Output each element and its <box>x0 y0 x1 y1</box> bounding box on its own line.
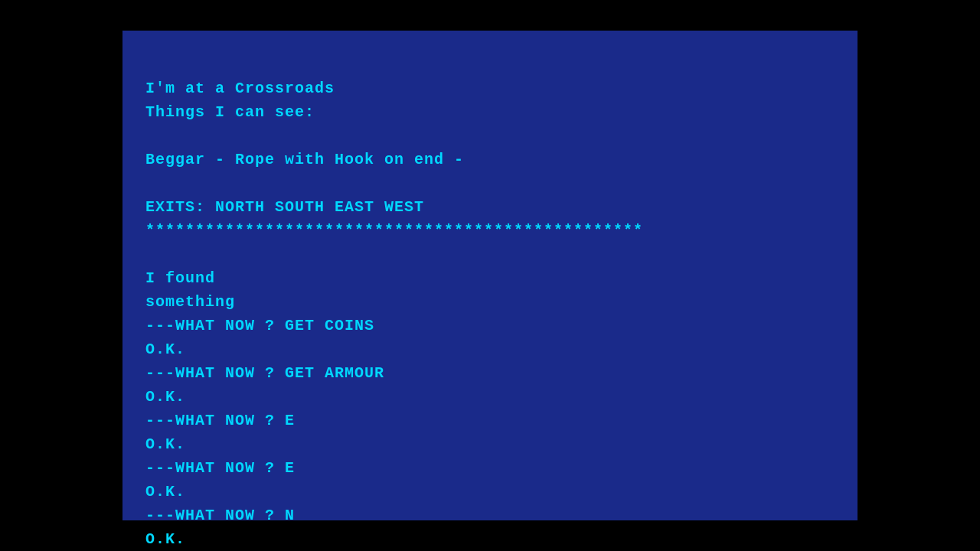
separator-line: ****************************************… <box>145 222 835 240</box>
items-line: Beggar - Rope with Hook on end - <box>145 148 835 171</box>
location-line: I'm at a Crossroads <box>145 77 835 100</box>
cmd-3: ---WHAT NOW ? E <box>145 409 835 432</box>
cmd-4: ---WHAT NOW ? E <box>145 456 835 480</box>
ok-4: O.K. <box>145 480 835 504</box>
cmd-5: ---WHAT NOW ? N <box>145 504 835 527</box>
found-line-2: something <box>145 290 835 314</box>
things-label: Things I can see: <box>145 100 835 124</box>
exits-line: EXITS: NORTH SOUTH EAST WEST <box>145 195 835 219</box>
blank-1 <box>145 124 835 148</box>
cmd-1: ---WHAT NOW ? GET COINS <box>145 314 835 337</box>
found-line-1: I found <box>145 266 835 290</box>
game-screen: I'm at a Crossroads Things I can see: Be… <box>122 31 858 520</box>
blank-3 <box>145 243 835 266</box>
ok-5: O.K. <box>145 527 835 551</box>
ok-1: O.K. <box>145 337 835 361</box>
cmd-2: ---WHAT NOW ? GET ARMOUR <box>145 361 835 385</box>
ok-3: O.K. <box>145 432 835 456</box>
blank-2 <box>145 171 835 195</box>
ok-2: O.K. <box>145 385 835 409</box>
